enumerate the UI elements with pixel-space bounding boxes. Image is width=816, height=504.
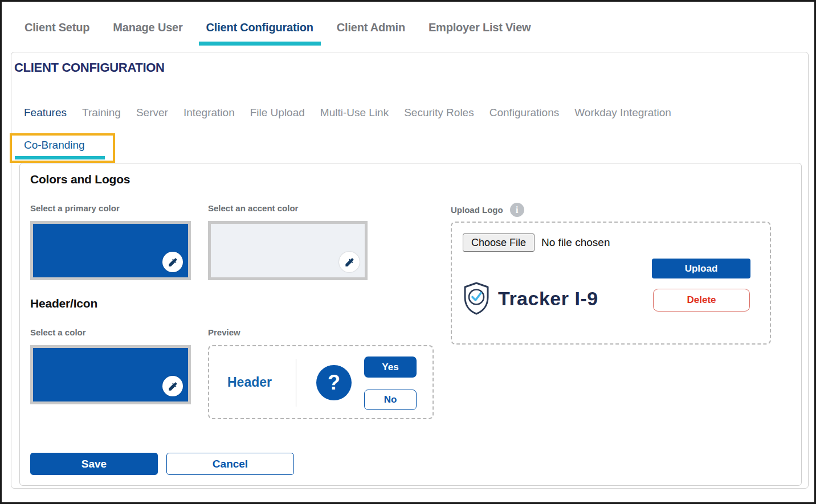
tab-employer-list-view[interactable]: Employer List View bbox=[429, 21, 531, 34]
subtab-integration[interactable]: Integration bbox=[183, 106, 235, 119]
subtab-server[interactable]: Server bbox=[136, 106, 168, 119]
preview-label: Preview bbox=[208, 327, 240, 337]
tab-client-setup[interactable]: Client Setup bbox=[25, 21, 89, 34]
tracker-logo-text: Tracker I-9 bbox=[498, 288, 598, 310]
accent-color-label: Select an accent color bbox=[208, 203, 298, 213]
primary-color-label: Select a primary color bbox=[30, 203, 120, 213]
preview-divider bbox=[296, 359, 296, 407]
tab-client-admin[interactable]: Client Admin bbox=[337, 21, 405, 34]
primary-color-fill bbox=[33, 224, 188, 277]
preview-header-text: Header bbox=[227, 375, 272, 390]
info-icon[interactable]: i bbox=[510, 203, 524, 217]
help-icon[interactable]: ? bbox=[316, 365, 352, 400]
cancel-button[interactable]: Cancel bbox=[166, 453, 294, 475]
accent-eyedropper-button[interactable] bbox=[339, 252, 360, 272]
save-button[interactable]: Save bbox=[30, 453, 158, 475]
tracker-shield-icon bbox=[463, 282, 490, 315]
choose-file-button[interactable]: Choose File bbox=[463, 233, 535, 252]
client-configuration-panel: CLIENT CONFIGURATION Features Training S… bbox=[11, 52, 809, 489]
primary-color-swatch[interactable] bbox=[30, 221, 191, 280]
header-icon-heading: Header/Icon bbox=[30, 297, 97, 310]
primary-eyedropper-button[interactable] bbox=[162, 252, 183, 272]
subtab-co-branding[interactable]: Co-Branding bbox=[24, 139, 85, 151]
co-branding-content: Colors and Logos Select a primary color … bbox=[19, 163, 802, 486]
tab-manage-user[interactable]: Manage User bbox=[113, 21, 182, 34]
sub-navigation: Features Training Server Integration Fil… bbox=[24, 106, 671, 119]
upload-logo-label: Upload Logo bbox=[451, 205, 503, 215]
eyedropper-icon bbox=[344, 257, 355, 268]
subtab-file-upload[interactable]: File Upload bbox=[250, 106, 305, 119]
subtab-features[interactable]: Features bbox=[24, 106, 67, 119]
file-status-text: No file chosen bbox=[541, 236, 610, 249]
current-logo-preview: Tracker I-9 bbox=[463, 282, 598, 315]
subtab-configurations[interactable]: Configurations bbox=[489, 106, 560, 119]
no-button[interactable]: No bbox=[364, 390, 417, 410]
subtab-workday-integration[interactable]: Workday Integration bbox=[574, 106, 671, 119]
header-preview-box: Header ? Yes No bbox=[208, 345, 434, 419]
eyedropper-icon bbox=[168, 381, 178, 392]
header-eyedropper-button[interactable] bbox=[162, 376, 183, 396]
header-color-fill bbox=[33, 348, 188, 401]
subtab-multi-use-link[interactable]: Multi-Use Link bbox=[320, 106, 389, 119]
yes-button[interactable]: Yes bbox=[364, 357, 417, 378]
header-color-label: Select a color bbox=[30, 327, 86, 337]
upload-logo-label-row: Upload Logo i bbox=[451, 203, 524, 217]
active-subtab-underline bbox=[15, 156, 105, 159]
colors-and-logos-heading: Colors and Logos bbox=[30, 173, 130, 186]
accent-color-swatch[interactable] bbox=[208, 221, 368, 280]
eyedropper-icon bbox=[168, 257, 178, 268]
top-navigation: Client Setup Manage User Client Configur… bbox=[25, 21, 531, 34]
file-input-row: Choose File No file chosen bbox=[463, 233, 610, 252]
tab-client-configuration[interactable]: Client Configuration bbox=[206, 21, 313, 34]
upload-button[interactable]: Upload bbox=[652, 259, 750, 278]
page-title: CLIENT CONFIGURATION bbox=[14, 60, 165, 75]
subtab-training[interactable]: Training bbox=[82, 106, 121, 119]
subtab-security-roles[interactable]: Security Roles bbox=[404, 106, 474, 119]
header-color-swatch[interactable] bbox=[30, 345, 191, 404]
delete-button[interactable]: Delete bbox=[653, 289, 750, 312]
upload-logo-dropzone: Choose File No file chosen Upload Delete… bbox=[451, 222, 771, 345]
app-window: Client Setup Manage User Client Configur… bbox=[0, 0, 816, 504]
